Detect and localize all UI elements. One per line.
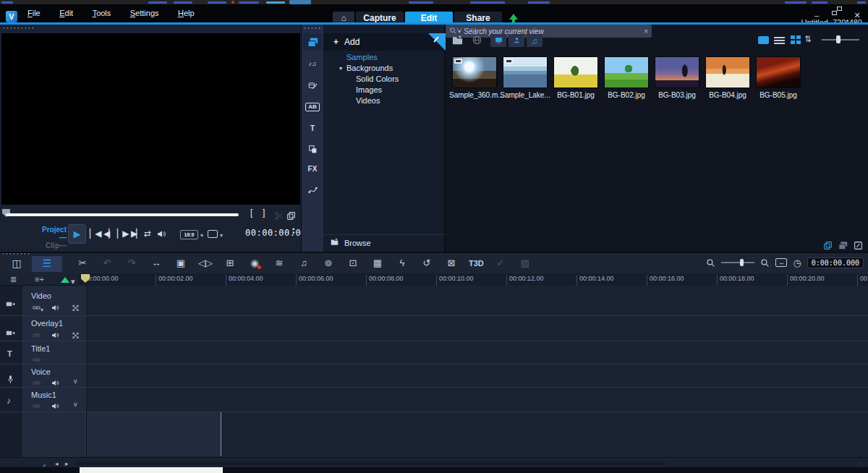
link-clips-icon[interactable] bbox=[33, 354, 41, 367]
motion-path-library-button[interactable] bbox=[303, 181, 322, 198]
menu-tools[interactable]: Tools bbox=[85, 5, 119, 21]
view-grid-button[interactable] bbox=[790, 35, 803, 46]
filter-library-button[interactable]: FX bbox=[303, 161, 322, 178]
gallery-item-thumb[interactable] bbox=[553, 56, 598, 88]
repeat-button[interactable]: ⇄ bbox=[144, 229, 151, 239]
expander-icon[interactable]: ▾ bbox=[339, 63, 342, 74]
link-clips-icon[interactable] bbox=[33, 377, 41, 390]
duration-clock-icon[interactable]: ◷ bbox=[793, 257, 801, 268]
scrubber-bar[interactable] bbox=[6, 213, 239, 216]
tree-item-samples[interactable]: Samples bbox=[323, 52, 446, 63]
volume-button[interactable] bbox=[157, 229, 166, 239]
zoom-out-icon[interactable] bbox=[706, 256, 715, 269]
clip-mode-label[interactable]: Clip— bbox=[36, 242, 67, 250]
track-mute-icon[interactable] bbox=[51, 377, 59, 390]
title-library-button[interactable]: T bbox=[303, 120, 322, 137]
scroll-left-icon[interactable]: ◂ bbox=[55, 460, 59, 467]
next-frame-button[interactable]: ▏▶ bbox=[117, 229, 127, 239]
overlay-library-button[interactable] bbox=[303, 140, 322, 158]
selection-caret-icon[interactable]: ▾ bbox=[220, 232, 223, 239]
track-label[interactable]: Music1 bbox=[31, 391, 56, 399]
menu-settings[interactable]: Settings bbox=[123, 5, 166, 21]
subtitle-editor-icon[interactable]: ⊡ bbox=[346, 256, 360, 270]
track-transparency-icon[interactable]: ⊠ bbox=[444, 256, 459, 270]
search-clear-icon[interactable]: × bbox=[644, 27, 648, 35]
thumbnail-zoom-slider[interactable] bbox=[822, 39, 859, 41]
mark-out-button[interactable]: ] bbox=[263, 208, 265, 218]
view-large-thumbnails-button[interactable] bbox=[758, 35, 771, 46]
track-label[interactable]: Title1 bbox=[31, 344, 51, 353]
view-list-button[interactable] bbox=[774, 35, 787, 46]
filter-photos-button[interactable] bbox=[509, 34, 524, 47]
tree-item-backgrounds[interactable]: ▾ Backgrounds bbox=[323, 63, 446, 74]
go-start-button[interactable]: ▏◀ bbox=[90, 229, 100, 239]
ripple-editing-icon[interactable]: ◁▷ bbox=[198, 256, 213, 270]
aspect-caret-icon[interactable]: ▾ bbox=[200, 232, 203, 239]
go-end-button[interactable]: ▶▏ bbox=[131, 229, 141, 239]
voice-track-icon[interactable] bbox=[6, 372, 15, 385]
tree-item-solid-colors[interactable]: Solid Colors bbox=[323, 74, 446, 85]
tree-item-videos[interactable]: Videos bbox=[323, 95, 446, 106]
check-pen-1-icon[interactable]: ✓ bbox=[493, 256, 508, 270]
fit-timeline-icon[interactable]: ↔ bbox=[775, 258, 787, 267]
pan-zoom-icon[interactable]: ↺ bbox=[420, 256, 434, 270]
track-manager-icon[interactable]: ⊞ bbox=[223, 256, 237, 270]
gallery-item-thumb[interactable] bbox=[655, 56, 699, 88]
sound-mixer-icon[interactable]: ≋ bbox=[272, 256, 286, 270]
spin-down-icon[interactable]: ▾ bbox=[292, 231, 295, 235]
scroll-right-icon[interactable]: ▸ bbox=[65, 460, 69, 467]
timeline-zoom-knob[interactable] bbox=[740, 259, 744, 266]
track-mute-icon[interactable] bbox=[51, 302, 59, 315]
panel-drag-handle[interactable] bbox=[2, 27, 34, 30]
split-clip-icon[interactable] bbox=[274, 209, 284, 222]
enlarge-preview-icon[interactable] bbox=[286, 209, 296, 222]
timeline-zoom-slider[interactable] bbox=[721, 262, 754, 263]
filter-music-button[interactable]: ♫ bbox=[527, 34, 542, 47]
get-more-content-icon[interactable] bbox=[472, 35, 482, 48]
tree-item-images[interactable]: Images bbox=[323, 85, 446, 95]
menu-help[interactable]: Help bbox=[171, 5, 202, 21]
timeline-scrollbar[interactable] bbox=[75, 462, 665, 465]
redo-icon[interactable]: ↷ bbox=[124, 256, 139, 270]
overlay-track-icon[interactable] bbox=[6, 326, 15, 339]
check-pen-2-icon[interactable]: ▨ bbox=[518, 256, 532, 270]
browse-button[interactable]: Browse bbox=[323, 234, 446, 250]
timeline-drag-handle[interactable] bbox=[1, 252, 30, 255]
gallery-item-thumb[interactable] bbox=[503, 56, 548, 88]
track-label[interactable]: Overlay1 bbox=[31, 319, 63, 328]
gallery-item-thumb[interactable] bbox=[756, 56, 801, 88]
prev-frame-button[interactable]: ◀▏ bbox=[103, 229, 114, 239]
audio-library-button[interactable]: ♪♫ bbox=[303, 55, 322, 72]
track-transparency-toggle-icon[interactable] bbox=[72, 302, 80, 315]
title-track-icon[interactable]: T bbox=[7, 349, 12, 358]
play-button[interactable]: ▶ bbox=[68, 224, 86, 244]
sort-icon[interactable]: ⇅ bbox=[804, 34, 812, 44]
track-label[interactable]: Video bbox=[31, 291, 51, 300]
media-library-button[interactable] bbox=[303, 33, 322, 51]
continuous-playback-icon[interactable]: ◉ bbox=[247, 256, 262, 270]
split-screen-template-icon[interactable]: ▦ bbox=[370, 256, 385, 270]
timeline-timecode[interactable]: 0:00:00.000 bbox=[807, 257, 864, 268]
gallery-item-thumb[interactable] bbox=[705, 56, 750, 88]
gallery-drag-handle[interactable] bbox=[448, 27, 477, 30]
selection-tool-icon[interactable] bbox=[208, 230, 218, 238]
music-track-icon[interactable]: ♪ bbox=[7, 396, 11, 406]
menu-file[interactable]: File bbox=[20, 5, 48, 21]
pin-corner-icon[interactable] bbox=[428, 33, 446, 51]
chroma-key-icon[interactable] bbox=[61, 277, 69, 283]
instant-project-button[interactable] bbox=[303, 77, 322, 94]
project-mode-label[interactable]: Project— bbox=[36, 226, 67, 242]
add-folder-row[interactable]: +Add bbox=[323, 33, 446, 51]
motion-tracking-icon[interactable]: ⊚ bbox=[321, 256, 336, 270]
timecode-spinner[interactable]: ▴ ▾ bbox=[292, 226, 295, 235]
split-tools-icon[interactable]: ✂ bbox=[75, 256, 90, 270]
gallery-item-thumb[interactable] bbox=[604, 56, 649, 88]
link-clips-icon[interactable]: ▾ bbox=[33, 302, 43, 315]
library-folder-icon[interactable] bbox=[823, 239, 833, 252]
track-expand-chevron-icon[interactable]: ∨ bbox=[73, 378, 78, 385]
playback-mode-labels[interactable]: Project— Clip— bbox=[36, 226, 67, 250]
transition-library-button[interactable]: AB bbox=[303, 98, 322, 116]
3d-title-editor-icon[interactable]: T3D bbox=[469, 256, 483, 270]
mark-in-button[interactable]: [ bbox=[250, 208, 252, 218]
auto-music-icon[interactable]: ♫ bbox=[297, 256, 311, 270]
